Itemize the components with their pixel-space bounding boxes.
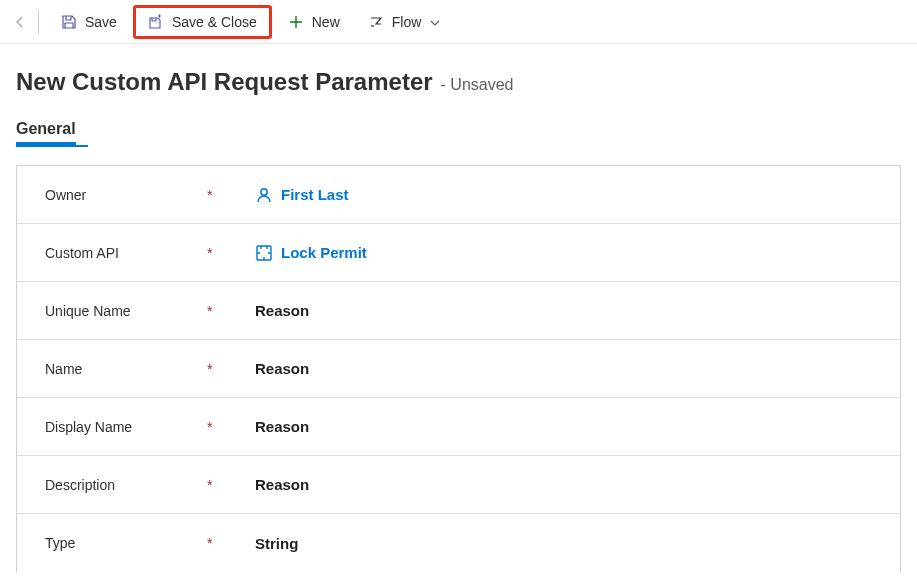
field-label: Owner	[45, 187, 195, 203]
field-label: Description	[45, 477, 195, 493]
unique-name-value: Reason	[255, 302, 309, 319]
required-indicator: *	[207, 535, 212, 551]
custom-api-lookup[interactable]: Lock Permit	[255, 244, 367, 262]
field-description[interactable]: Description * Reason	[17, 456, 900, 514]
required-indicator: *	[207, 303, 212, 319]
flow-button[interactable]: Flow	[356, 8, 454, 36]
field-name[interactable]: Name * Reason	[17, 340, 900, 398]
page-header: New Custom API Request Parameter - Unsav…	[0, 44, 917, 114]
field-unique-name[interactable]: Unique Name * Reason	[17, 282, 900, 340]
tab-general[interactable]: General	[16, 114, 76, 145]
command-bar: Save Save & Close New Flow	[0, 0, 917, 44]
field-custom-api[interactable]: Custom API * Lock Permit	[17, 224, 900, 282]
field-label: Type	[45, 535, 195, 551]
field-label: Unique Name	[45, 303, 195, 319]
flow-icon	[368, 14, 384, 30]
save-label: Save	[85, 14, 117, 30]
arrow-left-icon	[12, 14, 28, 30]
tab-underline	[16, 145, 88, 147]
save-button[interactable]: Save	[49, 8, 129, 36]
unsaved-status: - Unsaved	[441, 76, 514, 94]
description-value: Reason	[255, 476, 309, 493]
svg-point-0	[261, 188, 267, 194]
field-type[interactable]: Type * String	[17, 514, 900, 572]
custom-api-value: Lock Permit	[281, 244, 367, 261]
required-indicator: *	[207, 245, 212, 261]
required-indicator: *	[207, 361, 212, 377]
back-button[interactable]	[8, 10, 32, 34]
name-value: Reason	[255, 360, 309, 377]
toolbar-divider	[38, 10, 39, 34]
new-button[interactable]: New	[276, 8, 352, 36]
owner-lookup[interactable]: First Last	[255, 186, 349, 204]
puzzle-icon	[255, 244, 273, 262]
chevron-down-icon	[429, 16, 441, 28]
page-title: New Custom API Request Parameter	[16, 68, 433, 96]
save-close-label: Save & Close	[172, 14, 257, 30]
field-label: Custom API	[45, 245, 195, 261]
tab-list: General	[0, 114, 917, 145]
type-value: String	[255, 535, 298, 552]
owner-value: First Last	[281, 186, 349, 203]
field-display-name[interactable]: Display Name * Reason	[17, 398, 900, 456]
required-indicator: *	[207, 477, 212, 493]
plus-icon	[288, 14, 304, 30]
field-owner[interactable]: Owner * First Last	[17, 166, 900, 224]
required-indicator: *	[207, 187, 212, 203]
flow-label: Flow	[392, 14, 422, 30]
field-label: Display Name	[45, 419, 195, 435]
field-label: Name	[45, 361, 195, 377]
form-section-general: Owner * First Last Custom API *	[16, 165, 901, 572]
display-name-value: Reason	[255, 418, 309, 435]
save-close-button[interactable]: Save & Close	[133, 5, 272, 39]
user-icon	[255, 186, 273, 204]
required-indicator: *	[207, 419, 212, 435]
save-close-icon	[148, 14, 164, 30]
new-label: New	[312, 14, 340, 30]
save-icon	[61, 14, 77, 30]
